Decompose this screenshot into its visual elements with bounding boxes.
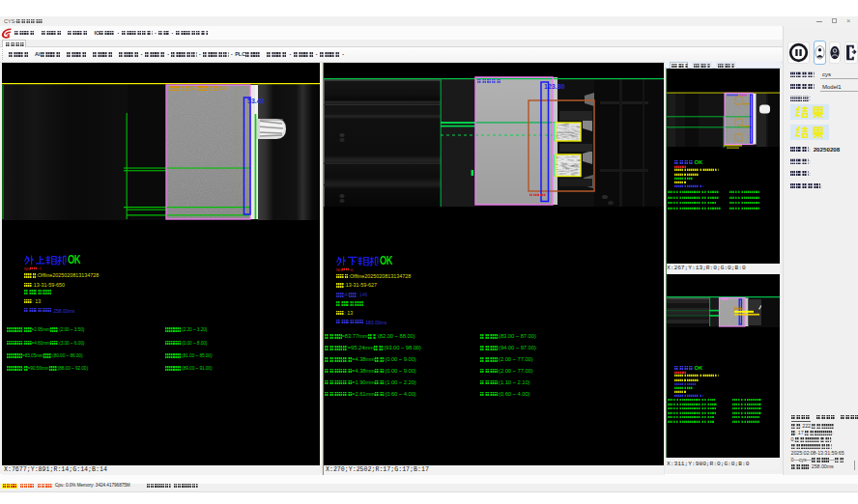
svg-text:53.48: 53.48 [247, 98, 265, 104]
svg-text:123.80: 123.80 [544, 83, 565, 90]
